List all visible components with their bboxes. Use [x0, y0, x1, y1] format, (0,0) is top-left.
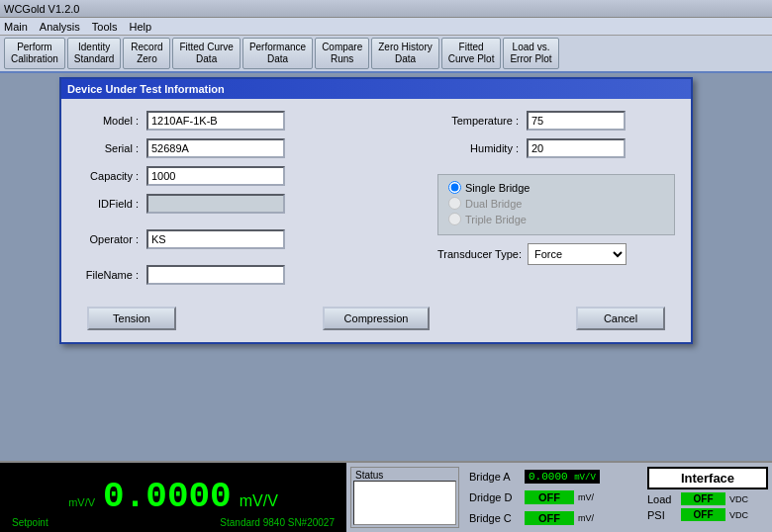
filename-row: FileName : — [77, 265, 418, 285]
compare-runs-button[interactable]: CompareRuns — [315, 38, 369, 69]
bridge-a-value: 0.0000 mV/V — [525, 470, 600, 484]
filename-label: FileName : — [77, 269, 146, 281]
zero-history-data-button[interactable]: Zero HistoryData — [371, 38, 438, 69]
dialog-columns: Model : Serial : Capacity : IDField : — [77, 111, 675, 293]
filename-input[interactable] — [146, 265, 285, 285]
triple-bridge-label: Triple Bridge — [465, 214, 527, 225]
triple-bridge-row: Triple Bridge — [448, 213, 664, 225]
bridge-d-label: Dridge D — [469, 491, 521, 503]
menu-help[interactable]: Help — [130, 21, 152, 33]
tension-button[interactable]: Tension — [87, 307, 176, 330]
humidity-label: Humidity : — [437, 142, 527, 154]
bridge-c-label: Bridge C — [469, 512, 521, 524]
bridge-panel: Bridge A 0.0000 mV/V Dridge D OFF mV/ Br… — [463, 463, 643, 532]
menu-bar: Main Analysis Tools Help — [0, 18, 772, 36]
bridge-a-label: Bridge A — [469, 471, 521, 483]
load-vs-error-plot-button[interactable]: Load vs.Error Plot — [503, 38, 558, 69]
menu-analysis[interactable]: Analysis — [40, 21, 80, 33]
bridge-c-row: Bridge C OFF mV/ — [469, 511, 637, 525]
load-unit: VDC — [729, 494, 748, 504]
status-inner — [353, 481, 456, 525]
temperature-label: Temperature : — [437, 115, 527, 127]
serial-input[interactable] — [146, 138, 285, 158]
display-unit-left: mV/V — [68, 496, 95, 508]
model-input[interactable] — [146, 111, 285, 131]
triple-bridge-radio[interactable] — [448, 213, 461, 225]
dialog-body: Model : Serial : Capacity : IDField : — [61, 99, 691, 342]
status-title: Status — [353, 470, 456, 481]
identity-standard-button[interactable]: IdentityStandard — [67, 38, 122, 69]
bridge-d-value: OFF — [525, 490, 574, 504]
temperature-input[interactable] — [527, 111, 626, 131]
display-value-row: mV/V 0.0000 mV/V — [68, 480, 278, 515]
performance-data-button[interactable]: PerformanceData — [242, 38, 313, 69]
main-area: Device Under Test Information Model : Se… — [0, 73, 772, 532]
transducer-select[interactable]: Force Tension Compression Torque Pressur… — [528, 243, 627, 265]
capacity-input[interactable] — [146, 166, 285, 186]
compression-button[interactable]: Compression — [323, 307, 431, 330]
idfield-input[interactable] — [146, 194, 285, 214]
display-panel: Setpoint mV/V 0.0000 mV/V Standard 9840 … — [0, 463, 346, 532]
dialog-title: Device Under Test Information — [61, 79, 691, 99]
menu-tools[interactable]: Tools — [92, 21, 118, 33]
dialog-button-row: Tension Compression Cancel — [77, 307, 675, 330]
bridge-type-group: Single Bridge Dual Bridge Triple Bridge — [437, 174, 675, 235]
bridge-c-value: OFF — [525, 511, 574, 525]
dual-bridge-label: Dual Bridge — [465, 198, 522, 210]
bridge-d-unit: mV/ — [578, 492, 594, 502]
status-box: Status — [350, 467, 459, 528]
single-bridge-label: Single Bridge — [465, 182, 530, 194]
psi-unit: VDC — [729, 510, 748, 520]
psi-label: PSI — [647, 509, 677, 521]
capacity-row: Capacity : — [77, 166, 418, 186]
serial-row: Serial : — [77, 138, 418, 158]
model-row: Model : — [77, 111, 418, 131]
temperature-row: Temperature : — [437, 111, 675, 131]
serial-label: Serial : — [77, 142, 146, 154]
interface-title: Interface — [647, 467, 768, 489]
single-bridge-row: Single Bridge — [448, 181, 664, 194]
title-bar: WCGold V1.2.0 — [0, 0, 772, 18]
menu-main[interactable]: Main — [4, 21, 28, 33]
psi-row: PSI OFF VDC — [647, 508, 768, 521]
bridge-d-row: Dridge D OFF mV/ — [469, 490, 637, 504]
display-value: 0.0000 — [103, 480, 232, 515]
bridge-a-row: Bridge A 0.0000 mV/V — [469, 470, 637, 484]
record-zero-button[interactable]: RecordZero — [123, 38, 170, 69]
dual-bridge-row: Dual Bridge — [448, 197, 664, 210]
psi-value: OFF — [681, 508, 725, 521]
dual-bridge-radio[interactable] — [448, 197, 461, 210]
dialog-right-col: Temperature : Humidity : Single Bridge — [437, 111, 675, 293]
standard-label: Standard 9840 SN#20027 — [220, 517, 335, 528]
idfield-row: IDField : — [77, 194, 418, 214]
operator-row: Operator : — [77, 229, 418, 249]
fitted-curve-data-button[interactable]: Fitted CurveData — [172, 38, 240, 69]
load-label: Load — [647, 493, 677, 505]
capacity-label: Capacity : — [77, 170, 146, 182]
cancel-button[interactable]: Cancel — [576, 307, 665, 330]
humidity-row: Humidity : — [437, 138, 675, 158]
transducer-label: Transducer Type: — [437, 248, 522, 260]
bridge-a-unit: mV/V — [574, 473, 596, 483]
idfield-label: IDField : — [77, 198, 146, 210]
operator-label: Operator : — [77, 233, 146, 245]
bridge-c-unit: mV/ — [578, 513, 594, 523]
device-under-test-dialog: Device Under Test Information Model : Se… — [59, 77, 693, 344]
model-label: Model : — [77, 115, 146, 127]
single-bridge-radio[interactable] — [448, 181, 461, 194]
perform-calibration-button[interactable]: PerformCalibration — [4, 38, 65, 69]
load-row: Load OFF VDC — [647, 492, 768, 505]
display-unit-right: mV/V — [240, 492, 278, 510]
humidity-input[interactable] — [527, 138, 626, 158]
load-value: OFF — [681, 492, 725, 505]
app-title: WCGold V1.2.0 — [4, 3, 79, 15]
toolbar: PerformCalibration IdentityStandard Reco… — [0, 36, 772, 73]
fitted-curve-plot-button[interactable]: FittedCurve Plot — [441, 38, 502, 69]
dialog-left-col: Model : Serial : Capacity : IDField : — [77, 111, 418, 293]
bottom-status-bar: Setpoint mV/V 0.0000 mV/V Standard 9840 … — [0, 461, 772, 532]
interface-panel: Interface Load OFF VDC PSI OFF VDC — [643, 463, 772, 532]
transducer-row: Transducer Type: Force Tension Compressi… — [437, 243, 675, 265]
operator-input[interactable] — [146, 229, 285, 249]
setpoint-label: Setpoint — [12, 517, 48, 528]
